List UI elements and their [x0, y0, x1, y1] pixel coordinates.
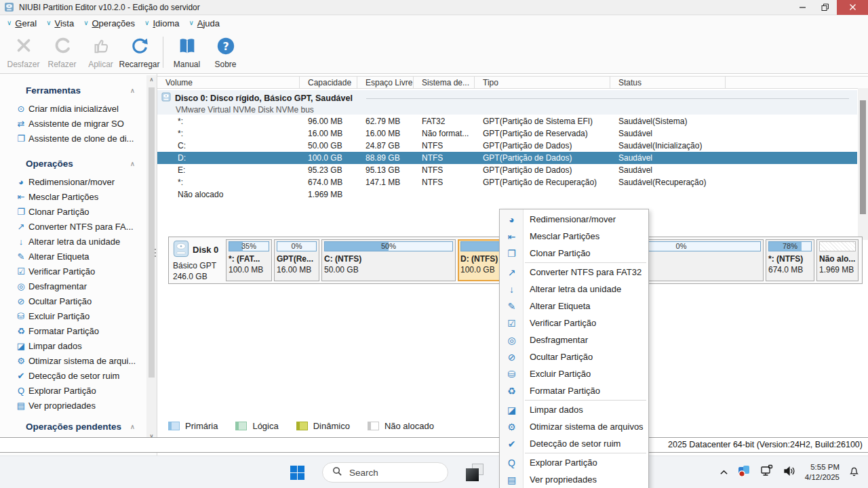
taskbar-clock[interactable]: 5:55 PM 4/12/2025 [805, 462, 840, 483]
manual-button[interactable]: Manual [167, 33, 206, 72]
minimize-button[interactable] [791, 0, 814, 15]
sidebar-item[interactable]: ⇄ Assistente de migrar SO [0, 116, 157, 131]
sidebar-item[interactable]: ↓ Alterar letra da unidade [0, 234, 157, 249]
table-row[interactable]: C: 50.00 GB 24.87 GB NTFS GPT(Partição d… [157, 140, 857, 152]
merge-partitions-icon: ⇤ [14, 192, 28, 202]
context-menu-item[interactable]: ♻ Formatar Partição [500, 382, 648, 399]
context-menu-item[interactable]: ⇤ Mesclar Partições [500, 228, 648, 245]
scroll-up-icon[interactable]: ∧ [146, 75, 157, 85]
sidebar-item[interactable]: ▤ Ver propriedades [0, 398, 157, 413]
sidebar-section-operations[interactable]: Operações ∧ [0, 157, 157, 170]
sidebar-item[interactable]: ✔ Detecção de setor ruim [0, 368, 157, 383]
context-menu-item[interactable]: ❐ Clonar Partição [500, 245, 648, 262]
sidebar-item[interactable]: ❐ Assistente de clone de di... [0, 131, 157, 146]
context-menu-item[interactable]: ↗ Converter NTFS para FAT32 [500, 264, 648, 281]
context-menu-item[interactable]: ⊘ Ocultar Partição [500, 348, 648, 365]
sidebar-item[interactable]: ❐ Clonar Partição [0, 204, 157, 219]
legend-color-swatch [296, 422, 308, 430]
table-row[interactable]: Não alocado 1.969 MB [157, 188, 857, 201]
network-tray-icon[interactable] [760, 464, 774, 481]
cell-type: GPT(Partição de Recuperação) [475, 178, 610, 187]
sidebar-item[interactable]: ⚙ Otimizar sistema de arqui... [0, 353, 157, 368]
context-menu-item[interactable]: ↓ Alterar letra da unidade [500, 281, 648, 298]
sidebar-item[interactable]: ↗ Converter NTFS para FA... [0, 219, 157, 234]
sidebar-section-tools[interactable]: Ferramentas ∧ [0, 83, 157, 97]
context-menu-item[interactable]: ☑ Verificar Partição [500, 314, 648, 331]
redo-button[interactable]: Refazer [43, 33, 81, 72]
menu-item[interactable]: ∨ Ajuda [189, 18, 220, 28]
volume-tray-icon[interactable] [783, 464, 796, 481]
partition-block[interactable]: 35% *: (FAT... 100.0 MB [226, 239, 272, 281]
delete-partition-icon: ⛁ [505, 369, 519, 380]
sidebar-item[interactable]: ✎ Alterar Etiqueta [0, 249, 157, 264]
table-row[interactable]: E: 95.23 GB 95.13 GB NTFS GPT(Partição d… [157, 164, 857, 176]
table-row[interactable]: D: 100.0 GB 88.89 GB NTFS GPT(Partição d… [157, 152, 857, 164]
context-menu-item[interactable]: ✔ Detecção de setor ruim [500, 435, 648, 452]
disk-group-row[interactable]: Disco 0: Disco rígido, Básico GPT, Saudá… [157, 90, 857, 115]
context-menu-item[interactable]: ◎ Desfragmentar [500, 331, 648, 348]
context-menu-item-label: Otimizar sistema de arquivos [530, 422, 644, 432]
sidebar-item[interactable]: ☑ Verificar Partição [0, 264, 157, 279]
scrollbar-thumb[interactable] [860, 100, 866, 214]
partition-block[interactable]: 0% GPT(Re... 16.00 MB [274, 239, 319, 281]
windows-start-button[interactable] [290, 466, 304, 480]
undo-button[interactable]: Desfazer [4, 33, 43, 72]
legend-label: Dinâmico [313, 421, 350, 431]
reload-button[interactable]: Recarregar [120, 33, 159, 72]
column-header[interactable]: Tipo [475, 77, 610, 88]
context-menu-item[interactable]: ◕ Redimensionar/mover [500, 211, 648, 228]
restore-button[interactable] [814, 0, 837, 15]
context-menu-item[interactable]: Q Explorar Partição [500, 454, 648, 471]
divider [366, 98, 849, 99]
partition-block[interactable]: 50% C: (NTFS) 50.00 GB [321, 239, 456, 281]
menu-item[interactable]: ∨ Idioma [144, 18, 179, 28]
splitter-handle[interactable] [154, 249, 157, 266]
table-row[interactable]: *: 16.00 MB 16.00 MB Não format... GPT(P… [157, 127, 857, 140]
context-menu-item[interactable]: ⚙ Otimizar sistema de arquivos [500, 418, 648, 435]
context-menu-item[interactable]: ▤ Ver propriedades [500, 471, 648, 488]
column-header[interactable]: Status [610, 77, 726, 88]
partition-block[interactable]: Não alo... 1.969 MB [816, 239, 859, 281]
partition-block[interactable]: 78% *: (NTFS) 674.0 MB [766, 239, 814, 281]
disk-size: 246.0 GB [173, 272, 226, 281]
menu-item[interactable]: ∨ Operações [83, 18, 135, 28]
menu-item[interactable]: ∨ Vista [46, 18, 74, 28]
usage-bar: 50% [324, 241, 453, 251]
tray-chevron-up-icon[interactable] [719, 466, 728, 479]
explore-partition-icon: Q [505, 458, 519, 468]
context-menu-item[interactable]: ✎ Alterar Etiqueta [500, 298, 648, 314]
cell-filesystem: NTFS [414, 141, 475, 150]
context-menu-item[interactable]: ◪ Limpar dados [500, 401, 648, 418]
notification-bell-icon[interactable] [848, 465, 860, 480]
sidebar-item[interactable]: ⇤ Mesclar Partições [0, 189, 157, 204]
sidebar-item[interactable]: ⊙ Criar mídia inicializável [0, 101, 157, 116]
taskbar-app-icon[interactable] [466, 464, 484, 481]
sidebar-item[interactable]: ⛁ Excluir Partição [0, 308, 157, 323]
sidebar-section-pending[interactable]: Operações pendentes ∧ [0, 420, 157, 433]
sidebar-item[interactable]: ◎ Desfragmentar [0, 279, 157, 293]
about-button[interactable]: ? Sobre [206, 33, 245, 72]
search-input[interactable]: Search [322, 462, 448, 483]
sidebar-item[interactable]: ♻ Formatar Partição [0, 323, 157, 338]
scrollbar-thumb[interactable] [149, 87, 155, 378]
sidebar-item[interactable]: ◕ Redimensionar/mover [0, 174, 157, 189]
table-row[interactable]: *: 674.0 MB 147.1 MB NTFS GPT(Partição d… [157, 176, 857, 188]
column-header[interactable]: Capacidade [300, 77, 357, 88]
menu-item[interactable]: ∨ Geral [7, 18, 37, 28]
table-scrollbar[interactable] [858, 88, 868, 240]
sidebar-item[interactable]: ⊘ Ocultar Partição [0, 293, 157, 308]
column-header[interactable]: Volume [157, 77, 300, 88]
close-button[interactable] [837, 0, 868, 15]
menu-item-label: Ajuda [197, 18, 220, 28]
context-menu-item[interactable]: ⛁ Excluir Partição [500, 365, 648, 382]
column-header[interactable]: Espaço Livre [357, 77, 414, 88]
column-header[interactable]: Sistema de... [414, 77, 475, 88]
sidebar-item[interactable]: ◪ Limpar dados [0, 338, 157, 353]
disk-type: Básico GPT [173, 261, 226, 270]
vm-tools-tray-icon[interactable] [737, 464, 751, 481]
sidebar: Ferramentas ∧ ⊙ Criar mídia inicializáve… [0, 74, 157, 455]
table-row[interactable]: *: 96.00 MB 62.79 MB FAT32 GPT(Partição … [157, 115, 857, 127]
apply-button[interactable]: Aplicar [81, 33, 120, 72]
context-menu-item-label: Mesclar Partições [530, 231, 599, 241]
sidebar-item[interactable]: Q Explorar Partição [0, 383, 157, 398]
